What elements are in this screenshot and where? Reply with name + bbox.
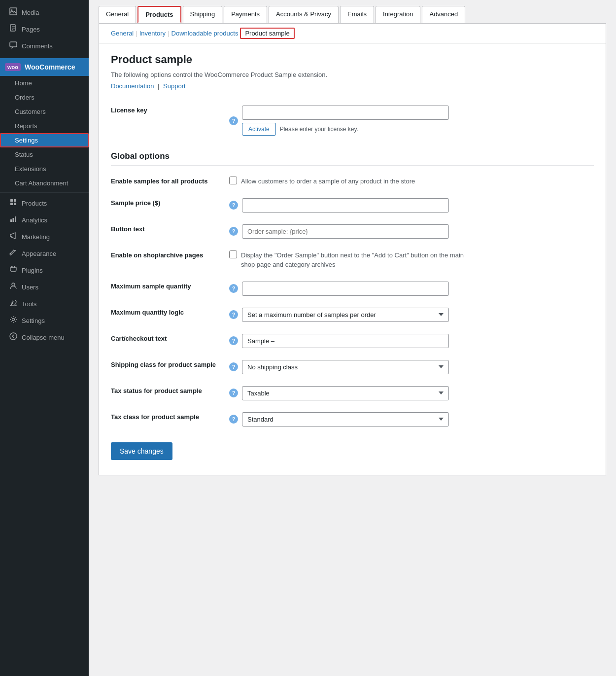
- tab-emails[interactable]: Emails: [340, 6, 374, 23]
- max-qty-logic-select[interactable]: Set a maximum number of samples per orde…: [242, 308, 449, 322]
- sidebar-item-orders[interactable]: Orders: [0, 90, 89, 105]
- shipping-class-row: Shipping class for product sample ? No s…: [111, 354, 594, 380]
- sidebar-item-status[interactable]: Status: [0, 147, 89, 162]
- tab-accounts-privacy[interactable]: Accounts & Privacy: [269, 6, 339, 23]
- tab-integration[interactable]: Integration: [376, 6, 420, 23]
- shipping-class-select[interactable]: No shipping class Standard Express: [242, 360, 449, 374]
- subnav-general[interactable]: General: [111, 29, 134, 38]
- button-text-label: Button text: [111, 218, 229, 245]
- enable-samples-checkbox[interactable]: [229, 177, 237, 184]
- form-table: License key ? Activate Please enter your…: [111, 100, 594, 142]
- media-icon: [9, 7, 18, 17]
- button-text-help-icon[interactable]: ?: [229, 227, 238, 236]
- sidebar-item-home[interactable]: Home: [0, 76, 89, 90]
- button-text-row: Button text ?: [111, 218, 594, 245]
- svg-rect-10: [15, 216, 16, 222]
- activate-button[interactable]: Activate: [242, 123, 276, 136]
- license-key-label: License key: [111, 100, 229, 142]
- sidebar-item-marketing[interactable]: Marketing: [0, 228, 89, 245]
- subnav-sep-1: |: [136, 30, 137, 37]
- sidebar-item-products[interactable]: Products: [0, 195, 89, 212]
- shipping-class-help-icon[interactable]: ?: [229, 362, 238, 371]
- sidebar-item-tools-label: Tools: [22, 300, 36, 308]
- sidebar-item-extensions[interactable]: Extensions: [0, 162, 89, 176]
- sidebar-item-settings-label: Settings: [15, 137, 38, 144]
- sidebar-item-media-label: Media: [22, 9, 39, 16]
- analytics-icon: [9, 215, 18, 225]
- tax-status-help-icon[interactable]: ?: [229, 389, 238, 397]
- tax-status-select[interactable]: Taxable Shipping only None: [242, 386, 449, 400]
- sample-price-help-icon[interactable]: ?: [229, 201, 238, 210]
- sidebar-item-extensions-label: Extensions: [15, 165, 46, 173]
- license-key-help-icon[interactable]: ?: [229, 116, 238, 125]
- marketing-icon: [9, 232, 18, 242]
- subnav-downloadable[interactable]: Downloadable products: [171, 29, 239, 38]
- sidebar-item-tools[interactable]: Tools: [0, 295, 89, 312]
- max-sample-qty-input[interactable]: [242, 282, 449, 296]
- subnav-product-sample: Product sample: [240, 28, 294, 39]
- tab-shipping[interactable]: Shipping: [183, 6, 223, 23]
- sidebar-item-customers[interactable]: Customers: [0, 105, 89, 119]
- tab-advanced[interactable]: Advanced: [422, 6, 465, 23]
- sidebar-woo-section: Home Orders Customers Reports Settings S…: [0, 76, 89, 190]
- global-options-table: Enable samples for all products Allow cu…: [111, 171, 594, 432]
- tax-class-help-icon[interactable]: ?: [229, 415, 238, 424]
- license-key-input[interactable]: [242, 106, 449, 120]
- cart-checkout-text-help-icon[interactable]: ?: [229, 336, 238, 345]
- sidebar-item-pages[interactable]: Pages: [0, 21, 89, 37]
- sidebar-woo-header[interactable]: woo WooCommerce: [0, 58, 89, 76]
- sidebar-item-reports-label: Reports: [15, 122, 37, 130]
- global-options-heading: Global options: [111, 151, 594, 166]
- license-key-row: License key ? Activate Please enter your…: [111, 100, 594, 142]
- cart-checkout-text-input[interactable]: [242, 334, 449, 348]
- max-qty-logic-label: Maximum quantity logic: [111, 302, 229, 328]
- tab-payments[interactable]: Payments: [224, 6, 267, 23]
- sample-price-input[interactable]: [242, 198, 449, 213]
- max-qty-logic-help-icon[interactable]: ?: [229, 310, 238, 319]
- shipping-class-field: ? No shipping class Standard Express: [229, 354, 594, 380]
- comments-icon: [9, 41, 18, 51]
- page-description: The following options control the WooCom…: [111, 71, 594, 78]
- max-sample-qty-help-icon[interactable]: ?: [229, 284, 238, 293]
- save-changes-button[interactable]: Save changes: [111, 442, 172, 460]
- subnav-inventory[interactable]: Inventory: [139, 29, 166, 38]
- sidebar-item-pages-label: Pages: [22, 26, 40, 33]
- tax-class-select[interactable]: Standard Reduced rate Zero rate: [242, 412, 449, 427]
- page-title: Product sample: [111, 53, 594, 66]
- documentation-link[interactable]: Documentation: [111, 82, 154, 90]
- enable-shop-archive-checkbox[interactable]: [229, 250, 237, 258]
- sidebar-item-settings-bottom-label: Settings: [22, 317, 45, 324]
- sidebar-item-media[interactable]: Media: [0, 4, 89, 21]
- svg-rect-4: [10, 199, 13, 202]
- tax-class-label: Tax class for product sample: [111, 406, 229, 432]
- sidebar-item-status-label: Status: [15, 151, 33, 158]
- svg-point-15: [10, 333, 17, 340]
- sidebar-item-analytics-label: Analytics: [22, 216, 47, 224]
- shipping-class-label: Shipping class for product sample: [111, 354, 229, 380]
- sidebar-item-marketing-label: Marketing: [22, 233, 50, 241]
- sidebar-item-collapse[interactable]: Collapse menu: [0, 329, 89, 346]
- tab-general[interactable]: General: [99, 6, 136, 23]
- sidebar-item-users[interactable]: Users: [0, 279, 89, 295]
- button-text-field: ?: [229, 218, 594, 245]
- svg-rect-8: [10, 219, 12, 222]
- sidebar-item-cart-abandonment[interactable]: Cart Abandonment: [0, 176, 89, 190]
- sidebar-item-comments-label: Comments: [22, 42, 53, 50]
- subnav-sep-2: |: [168, 30, 169, 37]
- sidebar-item-appearance[interactable]: Appearance: [0, 245, 89, 262]
- button-text-input[interactable]: [242, 224, 449, 239]
- sidebar-item-users-label: Users: [22, 284, 38, 291]
- sidebar-item-plugins[interactable]: Plugins: [0, 262, 89, 279]
- sidebar-item-settings-bottom[interactable]: Settings: [0, 312, 89, 329]
- sidebar-item-comments[interactable]: Comments: [0, 37, 89, 54]
- sample-price-field: ?: [229, 192, 594, 218]
- support-link[interactable]: Support: [163, 82, 186, 90]
- sidebar-item-reports[interactable]: Reports: [0, 119, 89, 133]
- sub-nav: General | Inventory | Downloadable produ…: [99, 23, 606, 43]
- svg-rect-3: [10, 42, 17, 47]
- max-qty-logic-field: ? Set a maximum number of samples per or…: [229, 302, 594, 328]
- tab-products[interactable]: Products: [137, 6, 181, 23]
- sidebar-item-settings[interactable]: Settings: [0, 133, 89, 147]
- sidebar-item-analytics[interactable]: Analytics: [0, 212, 89, 228]
- sidebar-item-appearance-label: Appearance: [22, 250, 56, 257]
